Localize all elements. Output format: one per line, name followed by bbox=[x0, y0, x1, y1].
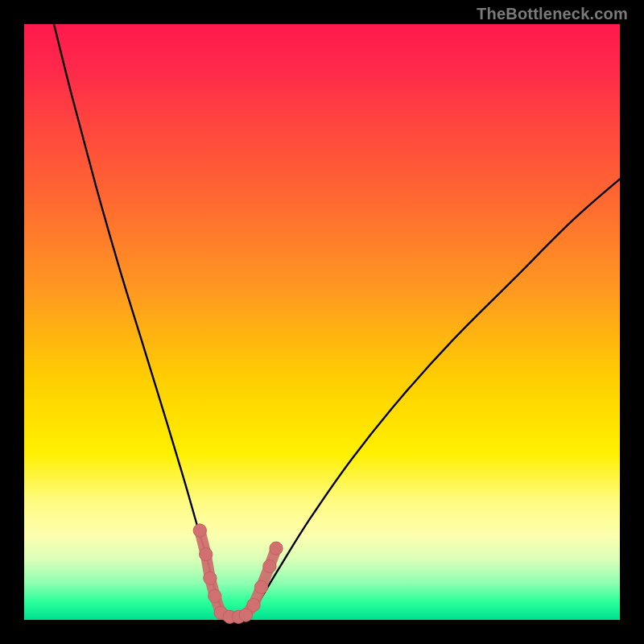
chart-frame: TheBottleneck.com bbox=[0, 0, 644, 644]
data-marker bbox=[208, 589, 221, 602]
data-marker bbox=[247, 598, 260, 611]
bottleneck-curve bbox=[54, 24, 620, 617]
data-marker bbox=[193, 524, 206, 537]
data-marker bbox=[270, 542, 283, 555]
curve-layer bbox=[24, 24, 620, 620]
data-marker bbox=[204, 572, 217, 584]
data-marker bbox=[263, 559, 276, 572]
data-marker bbox=[254, 580, 267, 593]
watermark-text: TheBottleneck.com bbox=[477, 5, 628, 23]
data-marker bbox=[200, 547, 213, 560]
plot-area bbox=[24, 24, 620, 620]
